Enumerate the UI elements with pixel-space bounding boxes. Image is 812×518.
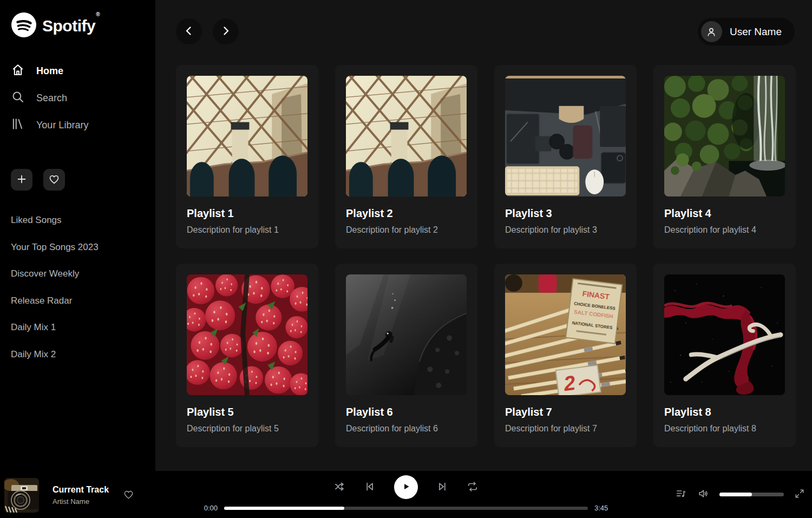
chevron-left-icon xyxy=(182,24,195,39)
sidebar-playlist-daily-mix-2[interactable]: Daily Mix 2 xyxy=(11,341,145,368)
sidebar-item-search[interactable]: Search xyxy=(11,84,145,112)
home-icon xyxy=(11,63,25,80)
sidebar: Spotify® Home Search xyxy=(0,0,155,471)
chevron-right-icon xyxy=(219,24,232,39)
spotify-logo[interactable]: Spotify® xyxy=(11,12,145,40)
sidebar-item-label: Your Library xyxy=(36,120,88,131)
playlist-card-4[interactable]: Playlist 4 Description for playlist 4 xyxy=(653,65,796,248)
volume-slider[interactable] xyxy=(719,493,784,496)
playlist-description: Description for playlist 1 xyxy=(187,225,307,235)
queue-icon xyxy=(675,488,687,501)
progress-bar[interactable] xyxy=(224,507,588,510)
like-track-button[interactable] xyxy=(123,489,134,502)
shuffle-button[interactable] xyxy=(333,481,345,494)
sidebar-actions xyxy=(11,169,145,191)
sidebar-playlists: Liked Songs Your Top Songs 2023 Discover… xyxy=(11,207,145,368)
playlist-cover-art-steel-truss xyxy=(187,76,307,196)
back-button[interactable] xyxy=(176,18,202,44)
playlist-description: Description for playlist 4 xyxy=(664,225,785,235)
sidebar-playlist-release-radar[interactable]: Release Radar xyxy=(11,287,145,314)
playlist-card-3[interactable]: Playlist 3 Description for playlist 3 xyxy=(494,65,637,248)
avatar xyxy=(701,21,722,42)
now-playing: Current Track Artist Name xyxy=(4,478,134,513)
plus-icon xyxy=(16,173,28,187)
playlist-title: Playlist 2 xyxy=(346,207,467,220)
player-controls: 0:00 3:45 xyxy=(200,475,612,512)
expand-icon xyxy=(794,488,805,501)
liked-songs-button[interactable] xyxy=(43,169,65,191)
play-button[interactable] xyxy=(394,475,418,499)
sidebar-item-your-library[interactable]: Your Library xyxy=(11,112,145,139)
volume-icon xyxy=(697,488,709,501)
skip-back-icon xyxy=(364,481,376,494)
elapsed-time: 0:00 xyxy=(200,504,218,512)
player-right-controls xyxy=(675,471,805,518)
volume-button[interactable] xyxy=(697,488,709,501)
library-icon xyxy=(11,117,25,134)
album-art-vintage-camera xyxy=(4,478,39,513)
playlist-description: Description for playlist 6 xyxy=(346,424,467,434)
playlist-description: Description for playlist 2 xyxy=(346,225,467,235)
track-title: Current Track xyxy=(53,485,109,495)
playlist-card-1[interactable]: Playlist 1 Description for playlist 1 xyxy=(176,65,318,248)
progress-bar-fill xyxy=(224,507,344,510)
transport-controls xyxy=(333,475,479,499)
playlist-title: Playlist 4 xyxy=(664,207,785,220)
playlist-cover-art-desk xyxy=(505,76,626,196)
search-icon xyxy=(11,90,25,107)
user-menu-button[interactable]: User Name xyxy=(698,18,795,45)
heart-icon xyxy=(123,494,134,502)
skip-forward-icon xyxy=(436,481,448,494)
vintage-sign: FINAST CHOICE BONELESS SALT CODFISH NATI… xyxy=(566,279,622,344)
playlist-description: Description for playlist 3 xyxy=(505,225,626,235)
user-name-label: User Name xyxy=(730,26,782,38)
app-window: Spotify® Home Search xyxy=(0,0,812,471)
playlist-title: Playlist 1 xyxy=(187,207,307,220)
player-bar: Current Track Artist Name xyxy=(0,471,812,518)
spotify-logo-icon xyxy=(11,12,37,40)
sidebar-playlist-your-top-songs-2023[interactable]: Your Top Songs 2023 xyxy=(11,234,145,261)
volume-bar-fill xyxy=(719,493,752,496)
play-icon xyxy=(400,481,412,494)
sidebar-playlist-daily-mix-1[interactable]: Daily Mix 1 xyxy=(11,314,145,341)
duration-time: 3:45 xyxy=(594,504,612,512)
sidebar-item-label: Home xyxy=(36,65,63,77)
repeat-icon xyxy=(467,481,479,494)
playlist-title: Playlist 6 xyxy=(346,406,467,418)
heart-icon xyxy=(48,173,60,187)
playlist-description: Description for playlist 8 xyxy=(664,424,785,434)
progress-row: 0:00 3:45 xyxy=(200,504,612,512)
spotify-wordmark: Spotify® xyxy=(42,17,100,35)
forward-button[interactable] xyxy=(213,18,239,44)
sidebar-item-home[interactable]: Home xyxy=(11,57,145,84)
sidebar-item-label: Search xyxy=(36,93,67,104)
playlist-card-6[interactable]: Playlist 6 Description for playlist 6 xyxy=(335,264,477,447)
playlist-title: Playlist 7 xyxy=(505,406,626,418)
playlist-card-8[interactable]: Playlist 8 Description for playlist 8 xyxy=(653,264,796,447)
fullscreen-button[interactable] xyxy=(794,488,805,501)
create-playlist-button[interactable] xyxy=(11,169,32,191)
track-meta: Current Track Artist Name xyxy=(53,485,109,506)
registered-mark: ® xyxy=(96,11,100,17)
sidebar-nav: Home Search Your Library xyxy=(11,57,145,139)
playlist-card-7[interactable]: FINAST CHOICE BONELESS SALT CODFISH NATI… xyxy=(494,264,637,447)
playlist-cover-art-antler xyxy=(664,274,785,395)
playlist-title: Playlist 5 xyxy=(187,406,307,418)
playlist-card-2[interactable]: Playlist 2 Description for playlist 2 xyxy=(335,65,477,248)
repeat-button[interactable] xyxy=(467,481,479,494)
sidebar-playlist-discover-weekly[interactable]: Discover Weekly xyxy=(11,260,145,287)
previous-track-button[interactable] xyxy=(364,481,376,494)
playlist-title: Playlist 3 xyxy=(505,207,626,220)
next-track-button[interactable] xyxy=(436,481,448,494)
price-tag: 2 xyxy=(556,365,601,395)
playlist-cover-art-waterfall xyxy=(664,76,785,196)
playlist-card-5[interactable]: Playlist 5 Description for playlist 5 xyxy=(176,264,318,447)
playlist-cover-art-strawberries xyxy=(187,274,307,395)
playlist-title: Playlist 8 xyxy=(664,406,785,418)
playlist-description: Description for playlist 7 xyxy=(505,424,626,434)
queue-button[interactable] xyxy=(675,488,687,501)
playlist-grid: Playlist 1 Description for playlist 1 xyxy=(176,65,795,447)
playlist-cover-art-diver xyxy=(346,274,467,395)
track-artist: Artist Name xyxy=(53,497,109,506)
sidebar-playlist-liked-songs[interactable]: Liked Songs xyxy=(11,207,145,234)
